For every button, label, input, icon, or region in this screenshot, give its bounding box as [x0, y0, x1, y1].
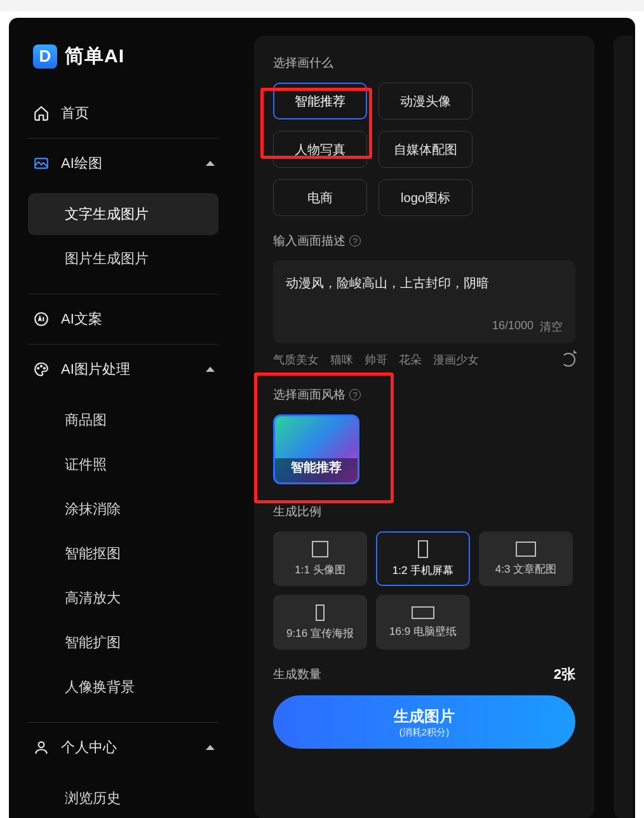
- suggestion-tag[interactable]: 帅哥: [365, 352, 387, 367]
- nav-ai-copy-label: AI文案: [61, 310, 102, 329]
- subnav-img2img[interactable]: 图片生成图片: [28, 238, 218, 280]
- style-card-selected[interactable]: 智能推荐: [273, 414, 359, 484]
- nav-home[interactable]: 首页: [28, 88, 218, 138]
- svg-point-4: [44, 367, 45, 369]
- ai-icon: [33, 311, 50, 327]
- subnav-cutout[interactable]: 智能抠图: [28, 533, 218, 575]
- ratio-shape-icon: [312, 541, 328, 557]
- subnav-upscale[interactable]: 高清放大: [28, 577, 218, 619]
- ratio-shape-icon: [516, 542, 536, 557]
- count-label: 生成数量: [273, 666, 321, 683]
- generate-button[interactable]: 生成图片 (消耗2积分): [273, 695, 575, 749]
- ratio-shape-icon: [316, 604, 325, 621]
- ratio-shape-icon: [412, 606, 434, 619]
- subnav-outpaint[interactable]: 智能扩图: [28, 622, 218, 664]
- logo-text: 简单AI: [65, 43, 124, 69]
- nav-personal[interactable]: 个人中心: [28, 723, 218, 772]
- sidebar: D 简单AI 首页 AI绘图 文字生成图片 图片生成图片: [9, 18, 238, 818]
- chip-ecommerce[interactable]: 电商: [273, 179, 367, 216]
- suggestion-tag[interactable]: 漫画少女: [433, 352, 479, 367]
- svg-point-5: [39, 742, 44, 747]
- nav-ai-copy[interactable]: AI文案: [28, 294, 218, 344]
- chevron-up-icon: [206, 745, 215, 750]
- subnav-id-photo[interactable]: 证件照: [28, 444, 218, 486]
- help-icon[interactable]: ?: [349, 235, 361, 247]
- ratio-9-16[interactable]: 9:16 宣传海报: [273, 595, 367, 650]
- nav-ai-image-label: AI图片处理: [61, 360, 130, 379]
- app-logo: D 简单AI: [9, 18, 238, 88]
- char-count: 16/1000: [492, 319, 533, 334]
- chip-anime-avatar[interactable]: 动漫头像: [379, 83, 473, 119]
- generate-button-label: 生成图片: [394, 706, 455, 726]
- image-icon: [33, 155, 50, 172]
- refresh-icon[interactable]: [561, 353, 575, 367]
- suggestion-tag[interactable]: 气质美女: [273, 352, 319, 367]
- subnav-text2img[interactable]: 文字生成图片: [28, 193, 218, 235]
- help-icon[interactable]: ?: [349, 389, 361, 400]
- desc-label: 输入画面描述 ?: [273, 233, 575, 249]
- ratio-label: 生成比例: [273, 503, 575, 520]
- clear-button[interactable]: 清空: [540, 319, 563, 334]
- chip-logo[interactable]: logo图标: [379, 179, 473, 216]
- style-label: 选择画面风格 ?: [273, 386, 575, 403]
- nav-ai-draw[interactable]: AI绘图: [28, 139, 218, 188]
- ratio-16-9[interactable]: 16:9 电脑壁纸: [376, 595, 470, 650]
- logo-icon: D: [33, 44, 57, 69]
- nav-ai-image-processing[interactable]: AI图片处理: [28, 344, 218, 394]
- ratio-4-3[interactable]: 4:3 文章配图: [479, 531, 573, 586]
- category-chips: 智能推荐 动漫头像 人物写真 自媒体配图 电商 logo图标: [273, 83, 575, 216]
- user-icon: [33, 739, 50, 756]
- ratio-1-2[interactable]: 1:2 手机屏幕: [376, 531, 470, 586]
- subnav-product-image[interactable]: 商品图: [28, 399, 218, 441]
- chevron-up-icon: [206, 367, 215, 372]
- count-value[interactable]: 2张: [554, 665, 575, 684]
- prompt-suggestions: 气质美女 猫咪 帅哥 花朵 漫画少女: [273, 352, 575, 367]
- prompt-input[interactable]: 动漫风，险峻高山，上古封印，阴暗 16/1000 清空: [273, 261, 575, 343]
- subnav-replace-bg[interactable]: 人像换背景: [28, 666, 218, 708]
- style-card-label: 智能推荐: [291, 459, 342, 476]
- right-side-panel: [614, 36, 633, 818]
- subnav-erase[interactable]: 涂抹消除: [28, 488, 218, 530]
- chevron-up-icon: [206, 161, 215, 166]
- chip-portrait[interactable]: 人物写真: [273, 131, 367, 168]
- ratio-shape-icon: [418, 540, 428, 558]
- svg-point-3: [41, 365, 42, 367]
- nav-ai-draw-label: AI绘图: [61, 154, 102, 173]
- what-label: 选择画什么: [273, 55, 575, 71]
- home-icon: [33, 105, 50, 121]
- suggestion-tag[interactable]: 花朵: [399, 352, 422, 367]
- chip-media-image[interactable]: 自媒体配图: [379, 131, 473, 168]
- suggestion-tag[interactable]: 猫咪: [330, 352, 353, 367]
- palette-icon: [33, 361, 50, 378]
- generation-panel: 选择画什么 智能推荐 动漫头像 人物写真 自媒体配图 电商 logo图标 输入画…: [254, 36, 594, 818]
- prompt-text: 动漫风，险峻高山，上古封印，阴暗: [286, 275, 563, 319]
- nav-personal-label: 个人中心: [61, 738, 117, 757]
- ratio-1-1[interactable]: 1:1 头像图: [273, 531, 367, 586]
- subnav-history[interactable]: 浏览历史: [28, 777, 218, 818]
- chip-smart-recommend[interactable]: 智能推荐: [273, 83, 367, 119]
- generate-button-sub: (消耗2积分): [399, 726, 449, 739]
- svg-point-2: [37, 367, 39, 369]
- nav-home-label: 首页: [61, 104, 89, 123]
- ratio-grid: 1:1 头像图 1:2 手机屏幕 4:3 文章配图 9:16 宣传海报 16:9…: [273, 531, 575, 650]
